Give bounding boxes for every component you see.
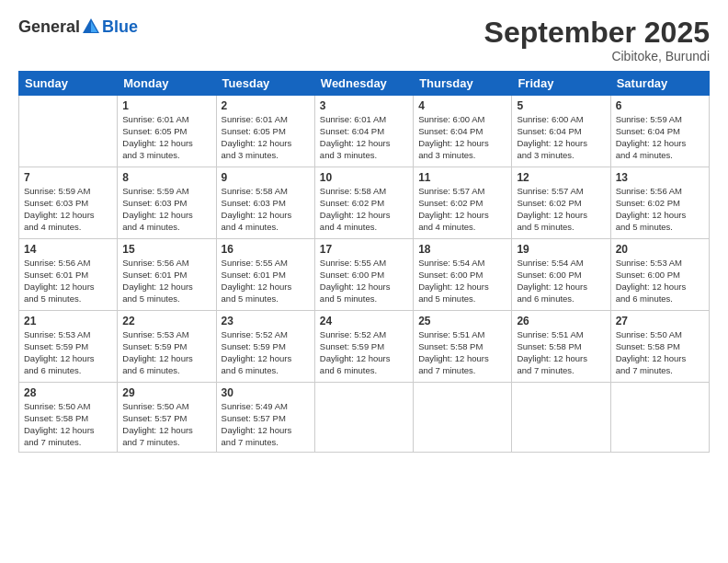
header-tuesday: Tuesday — [216, 72, 314, 96]
day-info: Sunrise: 5:53 AMSunset: 5:59 PMDaylight:… — [122, 329, 210, 376]
day-info: Sunrise: 5:55 AMSunset: 6:01 PMDaylight:… — [222, 258, 310, 304]
table-row: 3Sunrise: 6:01 AMSunset: 6:04 PMDaylight… — [314, 96, 413, 167]
day-info: Sunrise: 5:57 AMSunset: 6:02 PMDaylight:… — [517, 186, 605, 233]
day-number: 30 — [222, 386, 310, 399]
day-info: Sunrise: 5:50 AMSunset: 5:58 PMDaylight:… — [616, 329, 704, 376]
table-row: 27Sunrise: 5:50 AMSunset: 5:58 PMDayligh… — [610, 311, 709, 383]
day-number: 17 — [320, 243, 408, 256]
day-number: 8 — [122, 171, 210, 184]
day-number: 27 — [616, 315, 704, 327]
day-info: Sunrise: 5:59 AMSunset: 6:03 PMDaylight:… — [24, 186, 112, 233]
day-number: 2 — [222, 99, 310, 112]
day-number: 14 — [24, 243, 112, 256]
table-row: 5Sunrise: 6:00 AMSunset: 6:04 PMDaylight… — [512, 96, 610, 167]
table-row — [19, 96, 118, 167]
logo: General Blue — [18, 17, 138, 37]
table-row: 7Sunrise: 5:59 AMSunset: 6:03 PMDaylight… — [19, 167, 118, 239]
logo-text: General Blue — [18, 17, 138, 37]
day-number: 29 — [122, 386, 210, 399]
day-info: Sunrise: 6:01 AMSunset: 6:05 PMDaylight:… — [222, 114, 310, 161]
table-row: 11Sunrise: 5:57 AMSunset: 6:02 PMDayligh… — [414, 167, 512, 239]
table-row — [314, 383, 413, 453]
day-number: 4 — [418, 99, 506, 112]
day-info: Sunrise: 5:54 AMSunset: 6:00 PMDaylight:… — [517, 258, 605, 304]
day-info: Sunrise: 5:57 AMSunset: 6:02 PMDaylight:… — [418, 186, 506, 233]
day-info: Sunrise: 5:56 AMSunset: 6:02 PMDaylight:… — [616, 186, 704, 233]
day-info: Sunrise: 5:58 AMSunset: 6:02 PMDaylight:… — [320, 186, 408, 233]
header-saturday: Saturday — [610, 72, 709, 96]
day-number: 22 — [122, 315, 210, 327]
table-row: 6Sunrise: 5:59 AMSunset: 6:04 PMDaylight… — [610, 96, 709, 167]
day-number: 19 — [517, 243, 605, 256]
logo-general: General — [18, 17, 80, 37]
day-info: Sunrise: 5:52 AMSunset: 5:59 PMDaylight:… — [320, 329, 408, 376]
header-friday: Friday — [512, 72, 610, 96]
header-monday: Monday — [118, 72, 216, 96]
day-info: Sunrise: 5:53 AMSunset: 5:59 PMDaylight:… — [24, 329, 112, 376]
table-row — [512, 383, 610, 453]
day-number: 25 — [418, 315, 506, 327]
table-row: 26Sunrise: 5:51 AMSunset: 5:58 PMDayligh… — [512, 311, 610, 383]
table-row: 30Sunrise: 5:49 AMSunset: 5:57 PMDayligh… — [216, 383, 314, 453]
day-number: 1 — [122, 99, 210, 112]
table-row — [414, 383, 512, 453]
header-wednesday: Wednesday — [314, 72, 413, 96]
day-info: Sunrise: 5:51 AMSunset: 5:58 PMDaylight:… — [418, 329, 506, 376]
day-number: 16 — [222, 243, 310, 256]
logo-icon — [81, 17, 101, 37]
table-row: 28Sunrise: 5:50 AMSunset: 5:58 PMDayligh… — [19, 383, 118, 453]
day-number: 20 — [616, 243, 704, 256]
day-number: 9 — [222, 171, 310, 184]
table-row: 19Sunrise: 5:54 AMSunset: 6:00 PMDayligh… — [512, 239, 610, 311]
table-row: 14Sunrise: 5:56 AMSunset: 6:01 PMDayligh… — [19, 239, 118, 311]
day-number: 15 — [122, 243, 210, 256]
table-row: 4Sunrise: 6:00 AMSunset: 6:04 PMDaylight… — [414, 96, 512, 167]
table-row: 18Sunrise: 5:54 AMSunset: 6:00 PMDayligh… — [414, 239, 512, 311]
calendar-week-row: 1Sunrise: 6:01 AMSunset: 6:05 PMDaylight… — [19, 96, 710, 167]
day-number: 18 — [418, 243, 506, 256]
day-info: Sunrise: 6:01 AMSunset: 6:04 PMDaylight:… — [320, 114, 408, 161]
day-number: 11 — [418, 171, 506, 184]
day-number: 6 — [616, 99, 704, 112]
day-number: 12 — [517, 171, 605, 184]
day-info: Sunrise: 5:59 AMSunset: 6:03 PMDaylight:… — [122, 186, 210, 233]
calendar-page: General Blue September 2025 Cibitoke, Bu… — [0, 0, 728, 563]
table-row: 16Sunrise: 5:55 AMSunset: 6:01 PMDayligh… — [216, 239, 314, 311]
calendar-week-row: 14Sunrise: 5:56 AMSunset: 6:01 PMDayligh… — [19, 239, 710, 311]
header-thursday: Thursday — [414, 72, 512, 96]
day-info: Sunrise: 5:53 AMSunset: 6:00 PMDaylight:… — [616, 258, 704, 304]
day-number: 5 — [517, 99, 605, 112]
table-row: 1Sunrise: 6:01 AMSunset: 6:05 PMDaylight… — [118, 96, 216, 167]
calendar-header-row: Sunday Monday Tuesday Wednesday Thursday… — [19, 72, 710, 96]
day-info: Sunrise: 5:50 AMSunset: 5:58 PMDaylight:… — [24, 401, 112, 448]
day-info: Sunrise: 6:01 AMSunset: 6:05 PMDaylight:… — [122, 114, 210, 161]
day-info: Sunrise: 5:52 AMSunset: 5:59 PMDaylight:… — [222, 329, 310, 376]
table-row: 23Sunrise: 5:52 AMSunset: 5:59 PMDayligh… — [216, 311, 314, 383]
day-number: 28 — [24, 386, 112, 399]
calendar-table: Sunday Monday Tuesday Wednesday Thursday… — [18, 71, 710, 453]
calendar-week-row: 28Sunrise: 5:50 AMSunset: 5:58 PMDayligh… — [19, 383, 710, 453]
day-info: Sunrise: 6:00 AMSunset: 6:04 PMDaylight:… — [418, 114, 506, 161]
day-info: Sunrise: 5:51 AMSunset: 5:58 PMDaylight:… — [517, 329, 605, 376]
table-row: 12Sunrise: 5:57 AMSunset: 6:02 PMDayligh… — [512, 167, 610, 239]
day-number: 13 — [616, 171, 704, 184]
day-number: 21 — [24, 315, 112, 327]
table-row: 15Sunrise: 5:56 AMSunset: 6:01 PMDayligh… — [118, 239, 216, 311]
day-info: Sunrise: 5:56 AMSunset: 6:01 PMDaylight:… — [24, 258, 112, 304]
day-number: 23 — [222, 315, 310, 327]
table-row: 8Sunrise: 5:59 AMSunset: 6:03 PMDaylight… — [118, 167, 216, 239]
table-row: 17Sunrise: 5:55 AMSunset: 6:00 PMDayligh… — [314, 239, 413, 311]
table-row: 20Sunrise: 5:53 AMSunset: 6:00 PMDayligh… — [610, 239, 709, 311]
table-row: 13Sunrise: 5:56 AMSunset: 6:02 PMDayligh… — [610, 167, 709, 239]
day-number: 26 — [517, 315, 605, 327]
table-row: 24Sunrise: 5:52 AMSunset: 5:59 PMDayligh… — [314, 311, 413, 383]
table-row: 10Sunrise: 5:58 AMSunset: 6:02 PMDayligh… — [314, 167, 413, 239]
location-subtitle: Cibitoke, Burundi — [484, 49, 710, 63]
header: General Blue September 2025 Cibitoke, Bu… — [18, 17, 710, 63]
title-block: September 2025 Cibitoke, Burundi — [484, 17, 710, 63]
day-info: Sunrise: 5:55 AMSunset: 6:00 PMDaylight:… — [320, 258, 408, 304]
table-row: 9Sunrise: 5:58 AMSunset: 6:03 PMDaylight… — [216, 167, 314, 239]
day-number: 7 — [24, 171, 112, 184]
day-info: Sunrise: 5:56 AMSunset: 6:01 PMDaylight:… — [122, 258, 210, 304]
table-row: 2Sunrise: 6:01 AMSunset: 6:05 PMDaylight… — [216, 96, 314, 167]
